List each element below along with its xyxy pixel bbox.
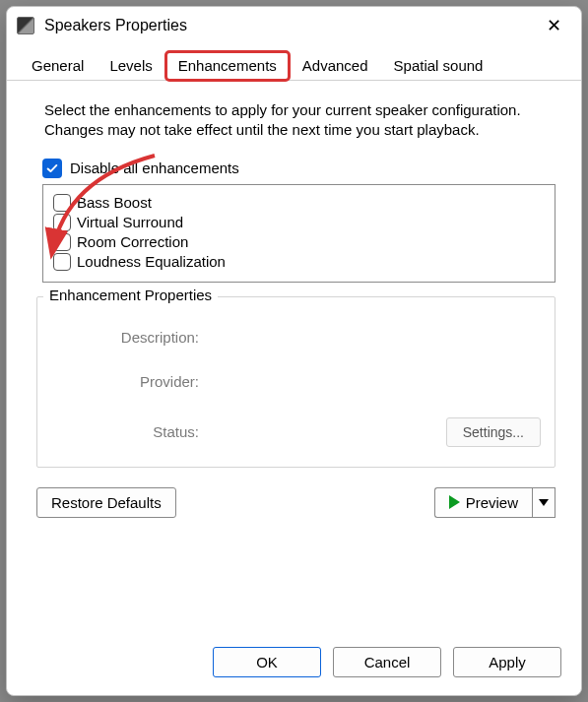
property-status-row: Status: Settings...: [87, 417, 541, 447]
cancel-button[interactable]: Cancel: [333, 647, 441, 677]
tab-enhancements[interactable]: Enhancements: [165, 51, 290, 81]
enhancement-label: Bass Boost: [77, 194, 152, 211]
preview-button[interactable]: Preview: [434, 487, 532, 518]
property-provider-row: Provider:: [87, 373, 541, 390]
tab-spatial-sound[interactable]: Spatial sound: [381, 51, 496, 81]
window-title: Speakers Properties: [44, 17, 532, 34]
property-description-row: Description:: [87, 329, 541, 346]
ok-button[interactable]: OK: [213, 647, 321, 677]
disable-all-checkbox[interactable]: [42, 159, 62, 178]
checkmark-icon: [45, 161, 59, 175]
enhancements-list: Bass Boost Virtual Surround Room Correct…: [42, 184, 555, 283]
status-label: Status:: [87, 423, 205, 440]
titlebar: Speakers Properties ✕: [7, 7, 581, 44]
disable-all-row[interactable]: Disable all enhancements: [42, 159, 561, 178]
preview-dropdown-button[interactable]: [532, 487, 555, 518]
disable-all-label: Disable all enhancements: [70, 160, 239, 176]
list-item[interactable]: Bass Boost: [53, 193, 545, 213]
list-item[interactable]: Loudness Equalization: [53, 252, 545, 272]
intro-text: Select the enhancements to apply for you…: [44, 100, 548, 141]
enhancement-properties-group: Enhancement Properties Description: Prov…: [36, 296, 555, 468]
speaker-icon: [17, 17, 34, 34]
dialog-footer: OK Cancel Apply: [7, 630, 581, 695]
enhancement-label: Room Correction: [77, 233, 188, 250]
enhancement-label: Virtual Surround: [77, 214, 183, 230]
enhancement-checkbox[interactable]: [53, 233, 71, 251]
enhancement-checkbox[interactable]: [53, 253, 71, 271]
enhancement-label: Loudness Equalization: [77, 253, 226, 270]
description-label: Description:: [87, 329, 205, 346]
provider-label: Provider:: [87, 373, 205, 390]
tab-content: Select the enhancements to apply for you…: [7, 81, 581, 630]
settings-button[interactable]: Settings...: [446, 417, 541, 447]
tab-advanced[interactable]: Advanced: [290, 51, 381, 81]
tab-levels[interactable]: Levels: [97, 51, 164, 81]
list-item[interactable]: Virtual Surround: [53, 213, 545, 232]
apply-button[interactable]: Apply: [453, 647, 561, 677]
speakers-properties-dialog: Speakers Properties ✕ General Levels Enh…: [6, 6, 582, 696]
preview-label: Preview: [466, 494, 518, 511]
enhancement-checkbox[interactable]: [53, 214, 71, 231]
close-icon: ✕: [547, 17, 561, 34]
list-item[interactable]: Room Correction: [53, 232, 545, 252]
preview-split-button: Preview: [434, 487, 555, 518]
enhancement-checkbox[interactable]: [53, 194, 71, 212]
restore-defaults-button[interactable]: Restore Defaults: [36, 487, 176, 518]
close-button[interactable]: ✕: [532, 11, 575, 40]
tab-general[interactable]: General: [19, 51, 97, 81]
group-title: Enhancement Properties: [43, 287, 218, 303]
play-icon: [449, 495, 460, 509]
middle-buttons: Restore Defaults Preview: [36, 487, 555, 518]
tabstrip: General Levels Enhancements Advanced Spa…: [7, 44, 581, 81]
chevron-down-icon: [539, 499, 549, 506]
